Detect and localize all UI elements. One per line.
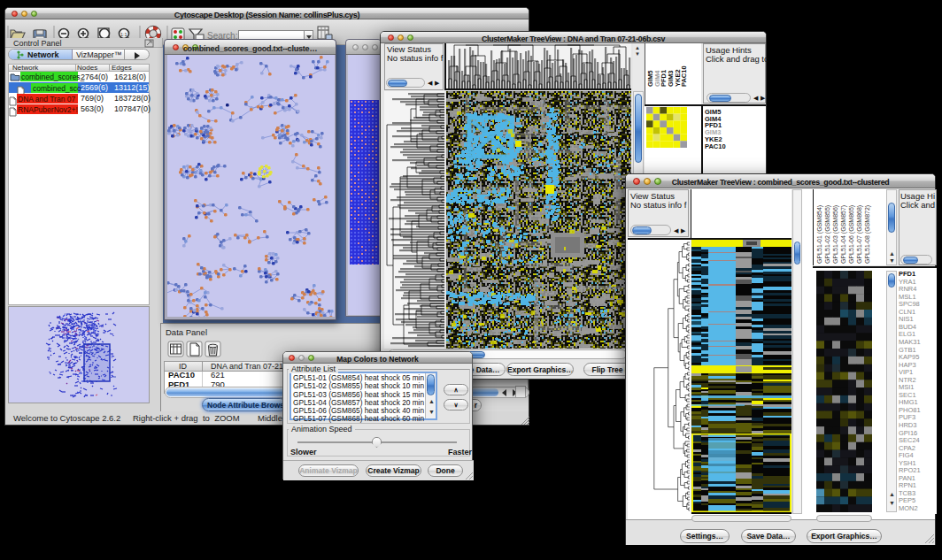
- svg-text:1:1: 1:1: [120, 32, 127, 37]
